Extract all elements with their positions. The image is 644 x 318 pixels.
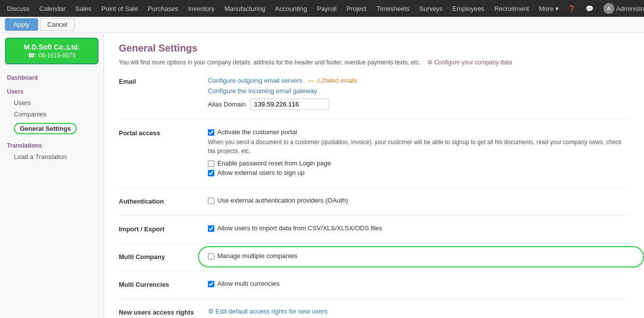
cancel-button[interactable]: Cancel [40, 18, 75, 31]
manage-multi-company-checkbox[interactable] [208, 253, 214, 260]
nav-recruitment[interactable]: Recruitment [489, 0, 534, 17]
top-navigation: Discuss Calendar Sales Point of Sale Pur… [0, 0, 644, 17]
multi-company-content: Manage multiple companies [208, 252, 629, 262]
edit-access-rights-link[interactable]: ⚙ Edit default access rights for new use… [208, 308, 328, 315]
enable-password-reset-row: Enable password reset from Login page [208, 159, 629, 167]
allow-external-signup-label: Allow external users to sign up [217, 169, 304, 176]
nav-surveys[interactable]: Surveys [414, 0, 447, 17]
portal-description: When you send a document to a customer (… [208, 138, 629, 156]
sidebar-item-dashboard[interactable]: Dashboard [0, 69, 103, 83]
nav-payroll[interactable]: Payroll [312, 0, 342, 17]
help-icon[interactable]: ❓ [564, 0, 580, 17]
allow-multi-currencies-checkbox[interactable] [208, 281, 214, 287]
company-card[interactable]: M.D.Soft Co.,Ltd. ☎: 08-1619-8579 [5, 38, 99, 64]
oauth-label: Use external authentication providers (O… [217, 197, 348, 204]
import-data-row: Allow users to import data from CSV/XLS/… [208, 224, 629, 232]
sidebar: M.D.Soft Co.,Ltd. ☎: 08-1619-8579 Dashbo… [0, 33, 104, 318]
admin-label: Administrator [616, 5, 644, 12]
nav-inventory[interactable]: Inventory [183, 0, 219, 17]
company-phone: ☎: 08-1619-8579 [11, 52, 92, 59]
sidebar-item-users[interactable]: Users [0, 97, 103, 108]
import-data-label: Allow users to import data from CSV/XLS/… [217, 224, 382, 232]
new-users-section: New users access rights ⚙ Edit default a… [119, 308, 629, 318]
allow-external-signup-checkbox[interactable] [208, 170, 214, 176]
company-name: M.D.Soft Co.,Ltd. [11, 43, 92, 51]
allow-multi-currencies-label: Allow multi currencies [217, 280, 280, 287]
page-title: General Settings [119, 43, 629, 54]
configure-outgoing-link[interactable]: Configure outgoing email servers [208, 77, 302, 84]
nav-project[interactable]: Project [342, 0, 371, 17]
general-settings-label[interactable]: General Settings [14, 123, 77, 134]
new-users-content: ⚙ Edit default access rights for new use… [208, 308, 629, 315]
multi-company-section-label: Multi Company [119, 252, 208, 261]
configure-incoming-link[interactable]: Configure the incoming email gateway [208, 87, 317, 95]
portal-section-content: Activate the customer portal When you se… [208, 128, 629, 178]
main-content: General Settings You will find more opti… [104, 33, 644, 318]
sidebar-item-load-translation[interactable]: Load a Translation [0, 151, 103, 162]
enable-password-reset-label: Enable password reset from Login page [217, 159, 331, 167]
nav-pos[interactable]: Point of Sale [97, 0, 143, 17]
alias-domain-label: Alias Domain [208, 101, 246, 108]
nav-accounting[interactable]: Accounting [270, 0, 312, 17]
oauth-checkbox[interactable] [208, 198, 214, 204]
alias-domain-input[interactable] [250, 99, 329, 110]
sidebar-item-general-settings[interactable]: General Settings [0, 120, 103, 137]
apply-button[interactable]: Apply [5, 18, 38, 31]
sub-toolbar: Apply Cancel [0, 17, 644, 33]
chat-icon[interactable]: 💬 [582, 0, 597, 17]
import-export-section: Import / Export Allow users to import da… [119, 224, 629, 243]
failed-emails-badge: — ⚠2failed emails [308, 77, 357, 84]
multi-currencies-section-label: Multi Currencies [119, 280, 208, 288]
nav-employees[interactable]: Employees [447, 0, 489, 17]
activate-portal-row: Activate the customer portal [208, 128, 629, 136]
avatar: A [603, 3, 614, 14]
nav-timesheets[interactable]: Timesheets [371, 0, 414, 17]
manage-multi-company-row: Manage multiple companies [208, 252, 629, 260]
sidebar-section-users[interactable]: Users [0, 83, 103, 97]
oauth-row: Use external authentication providers (O… [208, 197, 629, 204]
activate-portal-label: Activate the customer portal [217, 128, 297, 136]
activate-portal-checkbox[interactable] [208, 129, 214, 136]
configure-company-link[interactable]: ⚙ Configure your company data [427, 59, 512, 66]
manage-multi-company-label: Manage multiple companies [217, 252, 297, 260]
multi-company-section: Multi Company Manage multiple companies [119, 252, 629, 271]
admin-menu[interactable]: A Administrator [599, 0, 644, 17]
import-export-content: Allow users to import data from CSV/XLS/… [208, 224, 629, 234]
sidebar-item-companies[interactable]: Companies [0, 108, 103, 120]
portal-section-label: Portal access [119, 128, 208, 137]
sidebar-item-translations[interactable]: Translations [0, 137, 103, 151]
enable-password-reset-checkbox[interactable] [208, 160, 214, 167]
nav-sales[interactable]: Sales [70, 0, 97, 17]
new-users-section-label: New users access rights [119, 308, 208, 316]
nav-discuss[interactable]: Discuss [2, 0, 35, 17]
multi-currencies-section: Multi Currencies Allow multi currencies [119, 280, 629, 299]
email-section-content: Configure outgoing email servers — ⚠2fai… [208, 77, 629, 110]
multi-currencies-content: Allow multi currencies [208, 280, 629, 289]
allow-multi-currencies-row: Allow multi currencies [208, 280, 629, 287]
nav-more[interactable]: More ▾ [534, 0, 563, 17]
email-section: Email Configure outgoing email servers —… [119, 77, 629, 119]
import-data-checkbox[interactable] [208, 225, 214, 232]
nav-purchases[interactable]: Purchases [143, 0, 183, 17]
allow-external-signup-row: Allow external users to sign up [208, 169, 629, 176]
auth-section-label: Authentication [119, 197, 208, 205]
auth-section-content: Use external authentication providers (O… [208, 197, 629, 206]
alias-domain-row: Alias Domain [208, 99, 629, 110]
page-subtitle: You will find more options in your compa… [119, 58, 629, 67]
email-section-label: Email [119, 77, 208, 85]
portal-section: Portal access Activate the customer port… [119, 128, 629, 188]
import-export-section-label: Import / Export [119, 224, 208, 233]
auth-section: Authentication Use external authenticati… [119, 197, 629, 215]
nav-manufacturing[interactable]: Manufacturing [219, 0, 270, 17]
nav-calendar[interactable]: Calendar [35, 0, 71, 17]
